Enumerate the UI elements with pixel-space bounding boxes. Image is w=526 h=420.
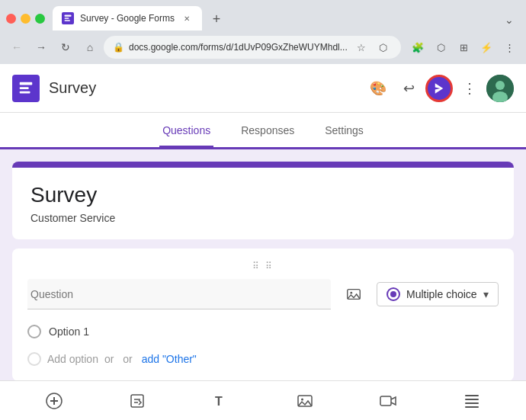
svg-rect-21	[380, 396, 391, 406]
address-text: docs.google.com/forms/d/1dUvP09GxZheWUYM…	[129, 42, 348, 53]
address-input[interactable]: 🔒 docs.google.com/forms/d/1dUvP09GxZheWU…	[104, 36, 401, 59]
tab-end-area: ⌄	[228, 9, 520, 30]
send-button[interactable]	[425, 75, 453, 102]
share-icon[interactable]: ⬡	[374, 38, 392, 56]
app-header: Survey 🎨 ↩ ⋮	[0, 64, 526, 113]
address-lock-icon: 🔒	[113, 42, 124, 53]
tab-questions[interactable]: Questions	[159, 115, 213, 148]
add-option-radio	[27, 352, 41, 366]
form-title-card-body: Survey Customer Service	[12, 168, 514, 239]
add-section-button[interactable]	[457, 386, 487, 416]
form-content: Survey Customer Service ⠿ ⠿	[0, 149, 526, 380]
add-image-button[interactable]	[290, 386, 320, 416]
address-icons: ☆ ⬡	[352, 38, 392, 56]
option-row-1: Option 1	[27, 322, 499, 341]
type-select-label: Multiple choice	[406, 288, 477, 300]
app-area: Survey 🎨 ↩ ⋮ Questions Responses Setting…	[0, 64, 526, 420]
tab-bar: Survey - Google Forms ✕ + ⌄	[53, 6, 520, 30]
form-tabs: Questions Responses Settings	[0, 113, 526, 149]
question-card: ⠿ ⠿ Multiple choice	[12, 248, 514, 380]
tab-chevron-button[interactable]: ⌄	[499, 9, 520, 30]
svg-rect-1	[65, 18, 69, 19]
form-survey-subtitle: Customer Service	[30, 212, 496, 224]
type-select-chevron-icon: ▾	[483, 288, 489, 300]
svg-rect-22	[465, 395, 479, 396]
question-input[interactable]	[27, 279, 331, 309]
header-actions: 🎨 ↩ ⋮	[364, 75, 514, 102]
forward-button[interactable]: →	[30, 37, 52, 58]
home-button[interactable]: ⌂	[79, 37, 101, 58]
window-controls	[6, 14, 45, 24]
svg-rect-24	[465, 402, 479, 404]
more-options-button[interactable]: ⋮	[456, 75, 483, 102]
refresh-button[interactable]: ↻	[55, 37, 76, 58]
browser-chrome: Survey - Google Forms ✕ + ⌄ ← → ↻ ⌂ 🔒 do…	[0, 0, 526, 64]
tab-settings[interactable]: Settings	[322, 115, 367, 148]
browser-extension2-icon[interactable]: ⊞	[453, 37, 474, 58]
active-tab[interactable]: Survey - Google Forms ✕	[53, 6, 202, 30]
add-title-button[interactable]: T	[206, 386, 236, 416]
maximize-window-button[interactable]	[35, 14, 45, 24]
add-option-or-label: or	[120, 353, 135, 365]
tab-close-button[interactable]: ✕	[181, 12, 193, 24]
question-row: Multiple choice ▾	[27, 279, 499, 309]
browser-extension1-icon[interactable]: ⬡	[430, 37, 451, 58]
app-title: Survey	[49, 79, 364, 97]
undo-button[interactable]: ↩	[395, 75, 422, 102]
svg-point-8	[496, 81, 505, 90]
form-survey-title: Survey	[30, 183, 496, 207]
add-other-link[interactable]: add "Other"	[142, 353, 197, 365]
form-title-card: Survey Customer Service	[12, 162, 514, 239]
tab-favicon	[62, 12, 74, 24]
add-option-or: or	[104, 353, 114, 365]
option-label-1: Option 1	[49, 325, 89, 338]
minimize-window-button[interactable]	[21, 14, 30, 24]
bottom-toolbar: T	[0, 380, 526, 420]
bookmark-icon[interactable]: ☆	[352, 38, 370, 56]
browser-more-icon[interactable]: ⋮	[499, 37, 520, 58]
add-question-button[interactable]	[39, 386, 69, 416]
address-bar-row: ← → ↻ ⌂ 🔒 docs.google.com/forms/d/1dUvP0…	[0, 30, 526, 64]
palette-button[interactable]: 🎨	[364, 75, 392, 102]
svg-rect-23	[465, 399, 479, 400]
svg-text:T: T	[215, 395, 223, 408]
svg-marker-6	[435, 83, 444, 94]
tab-title: Survey - Google Forms	[80, 13, 175, 24]
add-video-button[interactable]	[373, 386, 403, 416]
extensions-puzzle-icon[interactable]: 🧩	[407, 37, 428, 58]
avatar[interactable]	[486, 75, 514, 102]
import-questions-button[interactable]	[122, 386, 152, 416]
svg-rect-3	[20, 82, 33, 85]
type-radio-inner	[390, 291, 396, 297]
drag-handle: ⠿ ⠿	[27, 261, 499, 271]
question-type-select[interactable]: Multiple choice ▾	[377, 282, 499, 306]
option-radio-1	[27, 325, 41, 338]
tab-responses[interactable]: Responses	[238, 115, 297, 148]
svg-rect-2	[65, 20, 71, 21]
svg-rect-0	[65, 15, 72, 17]
browser-action-buttons: 🧩 ⬡ ⊞ ⚡ ⋮	[407, 37, 520, 58]
svg-rect-15	[131, 395, 143, 407]
new-tab-button[interactable]: +	[205, 8, 228, 30]
svg-point-11	[350, 292, 352, 294]
add-option-row: Add option or or add "Other"	[27, 349, 499, 369]
type-radio-icon	[386, 287, 400, 301]
browser-extension3-icon[interactable]: ⚡	[476, 37, 497, 58]
svg-point-20	[301, 398, 303, 400]
app-logo	[12, 75, 40, 102]
title-bar: Survey - Google Forms ✕ + ⌄	[0, 0, 526, 30]
svg-rect-4	[20, 87, 29, 89]
close-window-button[interactable]	[6, 14, 16, 24]
add-option-text[interactable]: Add option	[47, 353, 98, 365]
question-image-button[interactable]	[340, 281, 367, 308]
svg-rect-5	[20, 91, 30, 93]
back-button[interactable]: ←	[6, 37, 27, 58]
svg-rect-25	[465, 406, 479, 408]
